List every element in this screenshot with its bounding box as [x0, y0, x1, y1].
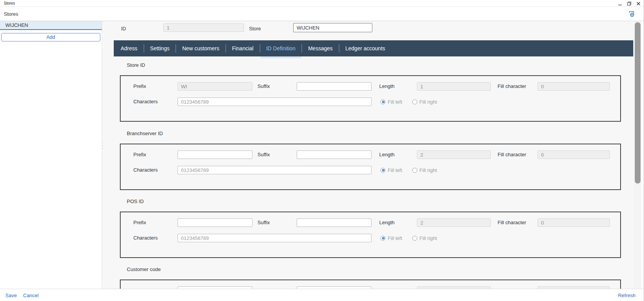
fill-mode-radio-group: Fill left Fill right	[380, 167, 447, 174]
prefix-label: Prefix	[133, 152, 146, 157]
store-input[interactable]	[293, 23, 372, 32]
cancel-button[interactable]: Cancel	[23, 293, 38, 298]
fill-character-input[interactable]	[538, 150, 610, 159]
characters-input[interactable]	[178, 234, 372, 242]
suffix-input[interactable]	[297, 150, 372, 159]
section-box: Prefix Suffix Length Fill character Char…	[120, 212, 621, 258]
footer-bar: Save Cancel Refresh	[0, 289, 644, 301]
suffix-label: Suffix	[257, 152, 270, 157]
sidebar-item-store[interactable]: WIJCHEN	[0, 21, 102, 30]
scrollbar-thumb[interactable]	[635, 22, 641, 184]
tab-settings[interactable]: Settings	[144, 44, 176, 53]
characters-input[interactable]	[178, 98, 372, 106]
fill-left-label: Fill left	[388, 235, 402, 241]
prefix-label: Prefix	[133, 83, 146, 89]
fill-character-label: Fill character	[498, 152, 526, 157]
fill-mode-radio-group: Fill left Fill right	[380, 98, 447, 105]
fill-left-radio[interactable]	[380, 99, 385, 104]
open-window-globe-icon[interactable]	[628, 10, 635, 17]
suffix-input[interactable]	[297, 218, 372, 227]
tab-messages[interactable]: Messages	[302, 44, 339, 53]
suffix-label: Suffix	[257, 220, 270, 225]
fill-right-radio[interactable]	[412, 168, 417, 173]
tab-ledger-accounts[interactable]: Ledger accounts	[339, 44, 392, 53]
characters-label: Characters	[133, 235, 158, 241]
fill-character-input[interactable]	[538, 218, 610, 227]
tab-bar: AdressSettingsNew customersFinancialID D…	[114, 40, 633, 56]
app-header: Stores	[0, 7, 644, 21]
length-label: Length	[379, 220, 395, 225]
fill-right-radio[interactable]	[412, 99, 417, 104]
length-input[interactable]	[417, 218, 491, 227]
add-store-button[interactable]: Add	[1, 33, 100, 41]
section-box: Prefix Suffix Length Fill character Char…	[120, 280, 621, 289]
fill-left-radio[interactable]	[380, 236, 385, 241]
window-title: Stores	[4, 1, 15, 5]
characters-input[interactable]	[178, 166, 372, 174]
id-label: ID	[121, 26, 126, 31]
section-box: Prefix Suffix Length Fill character Char…	[120, 75, 621, 122]
store-detail-panel: ID Store AdressSettingsNew customersFina…	[103, 21, 644, 289]
tab-id-definition[interactable]: ID Definition	[260, 44, 302, 53]
fill-right-label: Fill right	[420, 235, 437, 241]
fill-left-radio[interactable]	[380, 168, 385, 173]
id-input[interactable]	[163, 23, 244, 32]
suffix-label: Suffix	[257, 83, 270, 89]
section-title: Branchserver ID	[127, 131, 163, 136]
stores-window: Stores Stores	[0, 0, 644, 301]
refresh-button[interactable]: Refresh	[618, 293, 636, 298]
length-label: Length	[379, 152, 395, 157]
fill-right-radio[interactable]	[412, 236, 417, 241]
suffix-input[interactable]	[297, 82, 372, 91]
tab-adress[interactable]: Adress	[115, 44, 144, 53]
page-title: Stores	[4, 11, 18, 17]
fill-character-label: Fill character	[498, 83, 526, 89]
window-controls	[617, 1, 641, 6]
prefix-label: Prefix	[133, 220, 146, 225]
characters-label: Characters	[133, 167, 158, 173]
fill-right-label: Fill right	[420, 167, 437, 173]
section-title: Store ID	[127, 62, 145, 68]
fill-left-label: Fill left	[388, 99, 402, 105]
length-label: Length	[379, 83, 395, 89]
fill-right-label: Fill right	[420, 99, 437, 105]
store-label: Store	[249, 26, 261, 31]
fill-character-input[interactable]	[538, 82, 610, 91]
tab-new-customers[interactable]: New customers	[176, 44, 225, 53]
fill-mode-radio-group: Fill left Fill right	[380, 235, 447, 241]
length-input[interactable]	[417, 82, 491, 91]
section-title: POS ID	[127, 198, 144, 204]
right-margin	[641, 21, 644, 289]
prefix-input[interactable]	[178, 150, 252, 159]
fill-character-label: Fill character	[498, 220, 526, 225]
prefix-input[interactable]	[178, 218, 252, 227]
fill-left-label: Fill left	[388, 167, 402, 173]
minimize-icon[interactable]	[617, 1, 622, 6]
characters-label: Characters	[133, 99, 158, 104]
close-icon[interactable]	[636, 1, 641, 6]
restore-icon[interactable]	[627, 1, 631, 6]
prefix-input[interactable]	[178, 82, 252, 91]
length-input[interactable]	[417, 150, 491, 159]
save-button[interactable]: Save	[5, 293, 17, 298]
section-title: Customer code	[127, 266, 161, 272]
window-titlebar: Stores	[0, 0, 644, 7]
store-list-sidebar: WIJCHEN Add	[0, 21, 102, 289]
tab-financial[interactable]: Financial	[226, 44, 260, 53]
vertical-scrollbar[interactable]	[634, 21, 641, 289]
section-box: Prefix Suffix Length Fill character Char…	[120, 144, 621, 190]
